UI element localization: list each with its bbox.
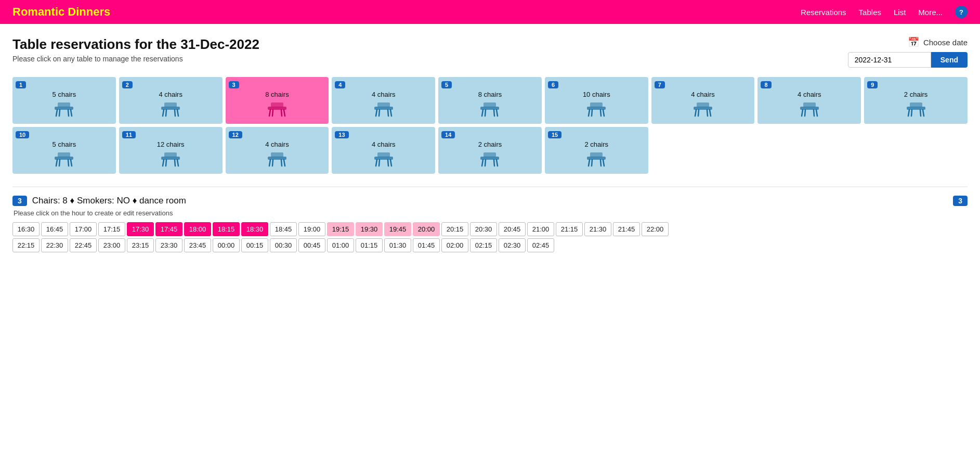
time-slot-19-30[interactable]: 19:30	[356, 222, 383, 236]
time-slot-22-30[interactable]: 22:30	[41, 238, 68, 252]
table-chair-icon-7	[691, 100, 714, 117]
nav-more[interactable]: More...	[918, 8, 943, 17]
table-chairs-13: 4 chairs	[372, 140, 396, 148]
time-slot-23-45[interactable]: 23:45	[184, 238, 211, 252]
nav-reservations[interactable]: Reservations	[801, 8, 846, 17]
time-slot-00-15[interactable]: 00:15	[241, 238, 268, 252]
svg-rect-25	[484, 102, 496, 107]
svg-line-29	[494, 110, 494, 116]
table-cell-13[interactable]: 134 chairs	[332, 127, 435, 174]
table-cell-2[interactable]: 24 chairs	[119, 77, 223, 124]
main-content: Table reservations for the 31-Dec-2022 P…	[0, 24, 980, 254]
time-slot-00-30[interactable]: 00:30	[270, 238, 297, 252]
time-slot-20-00[interactable]: 20:00	[413, 222, 440, 236]
help-icon[interactable]: ?	[955, 6, 968, 18]
time-slot-22-00[interactable]: 22:00	[642, 222, 669, 236]
table-badge-6: 6	[548, 81, 558, 88]
time-slot-18-00[interactable]: 18:00	[184, 222, 211, 236]
table-cell-6[interactable]: 610 chairs	[545, 77, 648, 124]
time-slot-00-45[interactable]: 00:45	[298, 238, 325, 252]
time-slot-20-45[interactable]: 20:45	[499, 222, 526, 236]
time-slot-21-30[interactable]: 21:30	[584, 222, 611, 236]
svg-rect-1	[58, 102, 70, 107]
svg-rect-37	[697, 102, 709, 107]
time-slot-21-00[interactable]: 21:00	[527, 222, 554, 236]
time-slots-row2: 22:1522:3022:4523:0023:1523:3023:4500:00…	[12, 238, 968, 252]
table-cell-8[interactable]: 84 chairs	[757, 77, 861, 124]
date-input[interactable]	[848, 52, 931, 68]
table-cell-5[interactable]: 58 chairs	[438, 77, 542, 124]
svg-line-76	[379, 160, 380, 166]
time-slot-21-45[interactable]: 21:45	[613, 222, 640, 236]
time-slot-17-30[interactable]: 17:30	[127, 222, 154, 236]
table-cell-4[interactable]: 44 chairs	[332, 77, 435, 124]
time-slot-21-15[interactable]: 21:15	[556, 222, 583, 236]
table-cell-7[interactable]: 74 chairs	[651, 77, 755, 124]
time-slot-16-30[interactable]: 16:30	[12, 222, 40, 236]
time-slot-20-15[interactable]: 20:15	[441, 222, 468, 236]
time-slot-02-00[interactable]: 02:00	[441, 238, 468, 252]
table-cell-12[interactable]: 124 chairs	[226, 127, 329, 174]
svg-line-82	[485, 160, 486, 166]
svg-line-64	[166, 160, 166, 166]
selected-table-left: 3 Chairs: 8 ♦ Smokers: NO ♦ dance room	[12, 196, 186, 206]
svg-line-80	[482, 160, 483, 166]
time-slot-23-00[interactable]: 23:00	[98, 238, 125, 252]
nav-tables[interactable]: Tables	[859, 8, 881, 17]
nav-list[interactable]: List	[894, 8, 906, 17]
svg-line-22	[379, 110, 380, 116]
svg-line-14	[269, 110, 270, 116]
svg-line-3	[71, 110, 72, 116]
time-slot-01-45[interactable]: 01:45	[413, 238, 440, 252]
svg-line-46	[805, 110, 805, 116]
time-slot-17-45[interactable]: 17:45	[155, 222, 182, 236]
time-slot-23-15[interactable]: 23:15	[127, 238, 154, 252]
time-slot-18-30[interactable]: 18:30	[241, 222, 268, 236]
table-chair-icon-15	[585, 150, 608, 167]
time-slot-23-30[interactable]: 23:30	[155, 238, 182, 252]
table-cell-1[interactable]: 15 chairs	[12, 77, 116, 124]
time-slot-01-15[interactable]: 01:15	[356, 238, 383, 252]
table-cell-14[interactable]: 142 chairs	[438, 127, 542, 174]
time-slot-19-45[interactable]: 19:45	[384, 222, 411, 236]
time-slot-18-15[interactable]: 18:15	[213, 222, 240, 236]
send-button[interactable]: Send	[931, 52, 968, 68]
table-badge-1: 1	[16, 81, 26, 88]
table-cell-11[interactable]: 1112 chairs	[119, 127, 223, 174]
time-slot-02-15[interactable]: 02:15	[470, 238, 497, 252]
time-slot-01-30[interactable]: 01:30	[384, 238, 411, 252]
svg-line-83	[494, 160, 494, 166]
time-slot-00-00[interactable]: 00:00	[213, 238, 240, 252]
table-badge-10: 10	[16, 131, 29, 138]
svg-line-20	[376, 110, 377, 116]
time-slot-02-45[interactable]: 02:45	[527, 238, 554, 252]
calendar-icon: 📅	[908, 36, 919, 48]
table-cell-9[interactable]: 92 chairs	[864, 77, 968, 124]
time-slots-container: 16:3016:4517:0017:1517:3017:4518:0018:15…	[12, 222, 968, 254]
time-slot-22-15[interactable]: 22:15	[12, 238, 40, 252]
svg-rect-85	[590, 152, 603, 157]
svg-line-74	[376, 160, 377, 166]
time-slot-18-45[interactable]: 18:45	[270, 222, 297, 236]
time-slots-row1: 16:3016:4517:0017:1517:3017:4518:0018:15…	[12, 222, 968, 236]
date-picker-area: 📅 Choose date Send	[848, 36, 968, 68]
time-slot-17-00[interactable]: 17:00	[70, 222, 97, 236]
svg-rect-31	[590, 102, 603, 107]
table-cell-3[interactable]: 38 chairs	[226, 77, 329, 124]
time-slot-01-00[interactable]: 01:00	[327, 238, 354, 252]
time-slot-17-15[interactable]: 17:15	[98, 222, 125, 236]
svg-line-40	[698, 110, 699, 116]
table-cell-10[interactable]: 105 chairs	[12, 127, 116, 174]
time-slot-22-45[interactable]: 22:45	[70, 238, 97, 252]
time-slot-20-30[interactable]: 20:30	[470, 222, 497, 236]
time-slot-19-00[interactable]: 19:00	[298, 222, 325, 236]
svg-line-47	[814, 110, 814, 116]
svg-line-11	[175, 110, 175, 116]
table-badge-15: 15	[548, 131, 561, 138]
svg-line-5	[68, 110, 69, 116]
time-slot-16-45[interactable]: 16:45	[41, 222, 68, 236]
time-slot-02-30[interactable]: 02:30	[499, 238, 526, 252]
time-slot-19-15[interactable]: 19:15	[327, 222, 354, 236]
table-cell-15[interactable]: 152 chairs	[545, 127, 648, 174]
svg-line-32	[589, 110, 590, 116]
